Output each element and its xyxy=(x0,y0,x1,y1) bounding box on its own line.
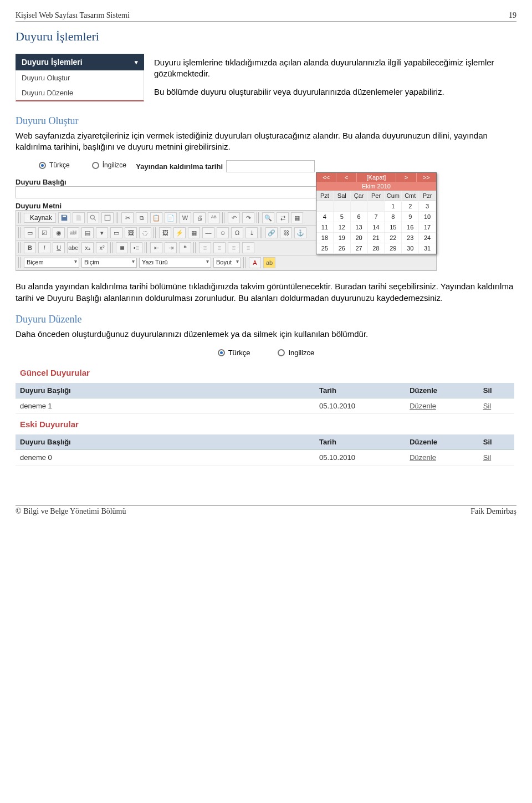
find-icon[interactable]: 🔍 xyxy=(262,212,274,223)
cal-nav-close[interactable]: [Kapat] xyxy=(357,173,397,182)
superscript-icon[interactable]: x² xyxy=(96,242,108,253)
radio-turkce-center[interactable]: Türkçe xyxy=(218,349,250,357)
radio-icon[interactable]: ◉ xyxy=(53,227,65,238)
italic-icon[interactable]: I xyxy=(38,242,50,253)
cal-nav-last[interactable]: >> xyxy=(417,173,436,182)
cal-cell[interactable]: 22 xyxy=(385,233,402,243)
paste-word-icon[interactable]: W xyxy=(179,212,191,223)
cal-cell[interactable]: 30 xyxy=(402,243,419,254)
underline-icon[interactable]: U xyxy=(53,242,65,253)
boyut-combo[interactable]: Boyut xyxy=(213,258,241,268)
cal-cell[interactable]: 17 xyxy=(419,222,436,233)
bicem-combo[interactable]: Biçem xyxy=(24,258,79,268)
radio-turkce[interactable]: Türkçe xyxy=(39,161,70,169)
cal-cell[interactable]: 9 xyxy=(402,212,419,222)
radio-ingilizce-center[interactable]: Ingilizce xyxy=(278,349,314,357)
align-justify-icon[interactable]: ≡ xyxy=(242,242,254,253)
cut-icon[interactable]: ✂ xyxy=(121,212,134,223)
numbered-list-icon[interactable]: ≣ xyxy=(116,242,128,253)
cal-cell[interactable]: 18 xyxy=(316,233,334,243)
button-icon[interactable]: ▭ xyxy=(110,227,122,238)
cal-nav-prev[interactable]: < xyxy=(336,173,356,182)
image-icon[interactable]: 🖼 xyxy=(159,227,171,238)
cal-cell[interactable]: 15 xyxy=(385,222,402,233)
save-icon[interactable] xyxy=(58,212,70,223)
checkbox-icon[interactable]: ☑ xyxy=(38,227,50,238)
bullet-list-icon[interactable]: •≡ xyxy=(130,242,142,253)
strike-icon[interactable]: abc xyxy=(67,242,79,253)
spellcheck-icon[interactable]: ᴬᴮ xyxy=(208,212,220,223)
menu-item-olustur[interactable]: Duyuru Oluştur xyxy=(16,70,144,85)
cal-cell[interactable]: 28 xyxy=(368,243,385,254)
edit-link[interactable]: Düzenle xyxy=(410,453,436,462)
select-all-icon[interactable]: ▦ xyxy=(291,212,303,223)
delete-link[interactable]: Sil xyxy=(483,453,491,462)
bicim-combo[interactable]: Biçim xyxy=(81,258,137,268)
align-right-icon[interactable]: ≡ xyxy=(228,242,240,253)
subscript-icon[interactable]: x₂ xyxy=(81,242,94,253)
blockquote-icon[interactable]: ❝ xyxy=(179,242,191,253)
textfield-icon[interactable]: abl xyxy=(67,227,79,238)
copy-icon[interactable]: ⧉ xyxy=(136,212,148,223)
cal-cell[interactable]: 27 xyxy=(351,243,368,254)
cal-cell[interactable]: 24 xyxy=(419,233,436,243)
cal-cell[interactable]: 1 xyxy=(385,201,402,212)
menu-header[interactable]: Duyuru İşlemleri ▾ xyxy=(16,54,144,70)
table-icon[interactable]: ▦ xyxy=(188,227,200,238)
form-icon[interactable]: ▭ xyxy=(24,227,36,238)
cal-cell[interactable]: 21 xyxy=(368,233,385,243)
cal-cell[interactable]: 5 xyxy=(334,212,351,222)
smiley-icon[interactable]: ☺ xyxy=(217,227,229,238)
cal-cell[interactable]: 29 xyxy=(385,243,402,254)
image-button-icon[interactable]: 🖼 xyxy=(125,227,137,238)
paste-text-icon[interactable]: 📄 xyxy=(165,212,177,223)
align-center-icon[interactable]: ≡ xyxy=(213,242,226,253)
cal-cell[interactable]: 4 xyxy=(316,212,334,222)
cal-cell[interactable]: 6 xyxy=(351,212,368,222)
delete-link[interactable]: Sil xyxy=(483,402,491,410)
cal-nav-first[interactable]: << xyxy=(316,173,336,182)
hidden-field-icon[interactable]: ◌ xyxy=(139,227,151,238)
cal-cell[interactable]: 16 xyxy=(402,222,419,233)
cal-cell[interactable]: 26 xyxy=(334,243,351,254)
cal-cell[interactable]: 31 xyxy=(419,243,436,254)
text-color-icon[interactable]: A xyxy=(249,257,261,268)
new-page-icon[interactable] xyxy=(73,212,85,223)
source-button[interactable]: Kaynak xyxy=(24,213,56,223)
cal-cell[interactable]: 7 xyxy=(368,212,385,222)
cal-cell[interactable]: 3 xyxy=(419,201,436,212)
bg-color-icon[interactable]: ab xyxy=(263,257,275,268)
paste-icon[interactable]: 📋 xyxy=(150,212,162,223)
cal-cell[interactable]: 14 xyxy=(368,222,385,233)
preview-icon[interactable] xyxy=(87,212,99,223)
templates-icon[interactable] xyxy=(101,212,114,223)
cal-cell[interactable]: 23 xyxy=(402,233,419,243)
cal-cell[interactable]: 10 xyxy=(419,212,436,222)
cal-cell[interactable]: 13 xyxy=(351,222,368,233)
hr-icon[interactable]: ― xyxy=(202,227,214,238)
cal-cell[interactable]: 19 xyxy=(334,233,351,243)
cal-cell[interactable]: 11 xyxy=(316,222,334,233)
edit-link[interactable]: Düzenle xyxy=(410,402,436,410)
yazi-turu-combo[interactable]: Yazı Türü xyxy=(139,258,211,268)
link-icon[interactable]: 🔗 xyxy=(265,227,278,238)
cal-cell[interactable]: 25 xyxy=(316,243,334,254)
cal-cell[interactable]: 20 xyxy=(351,233,368,243)
cal-cell[interactable]: 12 xyxy=(334,222,351,233)
anchor-icon[interactable]: ⚓ xyxy=(294,227,306,238)
cal-cell[interactable]: 2 xyxy=(402,201,419,212)
replace-icon[interactable]: ⇄ xyxy=(277,212,289,223)
unlink-icon[interactable]: ⛓ xyxy=(280,227,292,238)
cal-cell[interactable]: 8 xyxy=(385,212,402,222)
align-left-icon[interactable]: ≡ xyxy=(199,242,211,253)
redo-icon[interactable]: ↷ xyxy=(242,212,254,223)
special-char-icon[interactable]: Ω xyxy=(231,227,243,238)
indent-icon[interactable]: ⇥ xyxy=(165,242,177,253)
undo-icon[interactable]: ↶ xyxy=(228,212,240,223)
print-icon[interactable]: 🖨 xyxy=(193,212,206,223)
menu-item-duzenle[interactable]: Duyuru Düzenle xyxy=(16,85,144,101)
flash-icon[interactable]: ⚡ xyxy=(173,227,186,238)
outdent-icon[interactable]: ⇤ xyxy=(150,242,162,253)
cal-nav-next[interactable]: > xyxy=(396,173,416,182)
yk-date-input[interactable] xyxy=(226,160,315,172)
